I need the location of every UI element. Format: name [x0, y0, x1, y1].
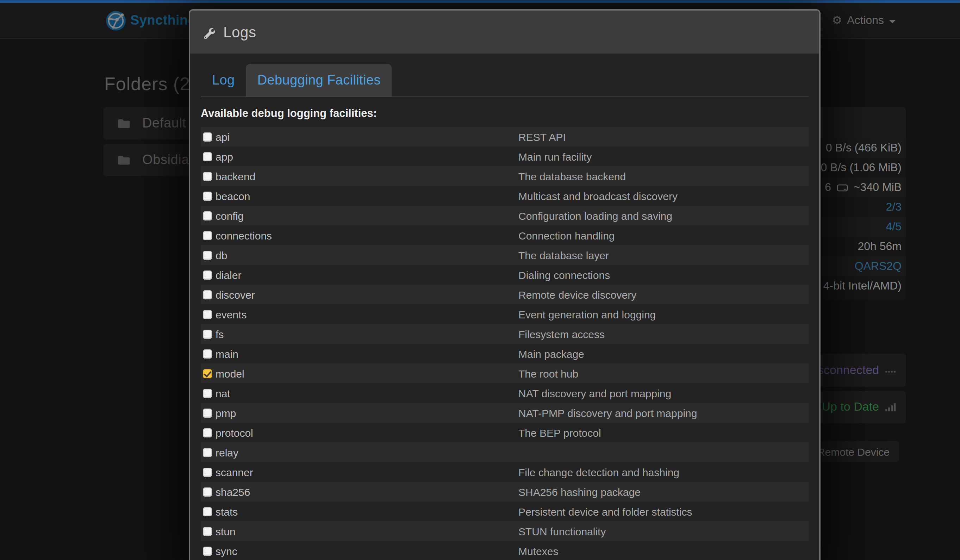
- logs-modal-header: Logs: [190, 11, 819, 54]
- facility-row-pmp: pmpNAT-PMP discovery and port mapping: [201, 403, 808, 422]
- facility-description: Filesystem access: [518, 328, 605, 340]
- facility-row-discover: discoverRemote device discovery: [201, 285, 808, 304]
- facility-description: Event generation and logging: [518, 308, 656, 320]
- facility-description: Main run facility: [518, 150, 592, 162]
- facility-description: Persistent device and folder statistics: [518, 506, 692, 517]
- screenshot-stage: Syncthing ⚙ Actions Folders (2) DefaultO…: [0, 0, 960, 560]
- facility-name: relay: [216, 446, 238, 458]
- facility-name: dialer: [216, 269, 241, 281]
- wrench-icon: [202, 26, 215, 38]
- facility-description: Main package: [518, 348, 584, 360]
- modal-title: Logs: [223, 24, 256, 40]
- facility-description: Dialing connections: [518, 269, 610, 281]
- facility-checkbox-sync[interactable]: [203, 546, 212, 555]
- facility-checkbox-protocol[interactable]: [203, 428, 212, 437]
- logs-tabs: LogDebugging Facilities: [201, 65, 808, 97]
- facility-checkbox-relay[interactable]: [203, 448, 212, 457]
- facility-row-backend: backendThe database backend: [201, 166, 808, 186]
- facility-row-protocol: protocolThe BEP protocol: [201, 422, 808, 442]
- facility-row-db: dbThe database layer: [201, 245, 808, 265]
- facility-row-sha256: sha256SHA256 hashing package: [201, 482, 808, 502]
- facility-checkbox-stun[interactable]: [203, 526, 212, 536]
- facility-name: sha256: [216, 486, 250, 498]
- facility-checkbox-api[interactable]: [203, 132, 212, 141]
- facility-name: stun: [216, 525, 235, 537]
- facility-row-stun: stunSTUN functionality: [201, 521, 808, 541]
- facility-description: REST API: [518, 131, 566, 142]
- logs-modal: Logs LogDebugging Facilities Available d…: [189, 9, 821, 560]
- facility-name: db: [216, 249, 227, 261]
- facility-checkbox-nat[interactable]: [203, 389, 212, 398]
- facility-description: The BEP protocol: [518, 427, 601, 438]
- tab-log[interactable]: Log: [201, 64, 246, 96]
- facility-checkbox-discover[interactable]: [203, 290, 212, 299]
- facility-checkbox-pmp[interactable]: [203, 408, 212, 418]
- facility-row-beacon: beaconMulticast and broadcast discovery: [201, 186, 808, 206]
- facility-name: nat: [216, 387, 230, 399]
- facility-checkbox-backend[interactable]: [203, 171, 212, 181]
- tab-debugging-facilities[interactable]: Debugging Facilities: [246, 64, 392, 96]
- facility-name: protocol: [216, 427, 253, 438]
- facility-row-model: modelThe root hub: [201, 363, 808, 383]
- facility-checkbox-config[interactable]: [203, 211, 212, 220]
- facility-row-app: appMain run facility: [201, 147, 808, 166]
- facility-description: Connection handling: [518, 229, 615, 241]
- facility-description: NAT-PMP discovery and port mapping: [518, 407, 697, 419]
- facilities-label: Available debug logging facilities:: [201, 107, 808, 120]
- facility-checkbox-connections[interactable]: [203, 231, 212, 240]
- facility-row-relay: relay: [201, 442, 808, 462]
- facility-checkbox-scanner[interactable]: [203, 467, 212, 477]
- facility-name: app: [216, 150, 233, 162]
- facility-name: scanner: [216, 466, 253, 478]
- facility-checkbox-sha256[interactable]: [203, 487, 212, 496]
- facility-description: STUN functionality: [518, 525, 606, 537]
- facility-description: SHA256 hashing package: [518, 486, 641, 498]
- facility-row-sync: syncMutexes: [201, 541, 808, 560]
- facility-name: fs: [216, 328, 224, 340]
- facility-checkbox-dialer[interactable]: [203, 270, 212, 279]
- facility-checkbox-beacon[interactable]: [203, 191, 212, 200]
- facility-name: connections: [216, 229, 272, 241]
- facility-row-api: apiREST API: [201, 127, 808, 147]
- facility-row-events: eventsEvent generation and logging: [201, 304, 808, 324]
- facility-row-stats: statsPersistent device and folder statis…: [201, 502, 808, 521]
- facility-name: model: [216, 367, 245, 379]
- logs-modal-body: LogDebugging Facilities Available debug …: [190, 54, 819, 560]
- facility-name: config: [216, 210, 244, 222]
- facility-description: The root hub: [518, 367, 578, 379]
- facility-description: The database layer: [518, 249, 609, 261]
- facility-checkbox-model[interactable]: [203, 369, 212, 378]
- facility-description: Multicast and broadcast discovery: [518, 190, 678, 202]
- facility-name: beacon: [216, 190, 250, 202]
- facility-name: sync: [216, 545, 237, 557]
- facility-checkbox-fs[interactable]: [203, 329, 212, 338]
- facility-name: events: [216, 308, 246, 320]
- facility-description: NAT discovery and port mapping: [518, 387, 671, 399]
- facility-name: discover: [216, 288, 255, 301]
- facility-checkbox-app[interactable]: [203, 152, 212, 161]
- facility-row-main: mainMain package: [201, 344, 808, 363]
- facility-row-fs: fsFilesystem access: [201, 324, 808, 344]
- facility-row-config: configConfiguration loading and saving: [201, 206, 808, 226]
- facilities-table: apiREST APIappMain run facilitybackendTh…: [201, 127, 808, 560]
- facility-row-scanner: scannerFile change detection and hashing: [201, 462, 808, 482]
- facility-checkbox-events[interactable]: [203, 310, 212, 319]
- facility-row-dialer: dialerDialing connections: [201, 265, 808, 285]
- facility-row-nat: natNAT discovery and port mapping: [201, 383, 808, 403]
- facility-description: File change detection and hashing: [518, 466, 679, 478]
- facility-name: main: [216, 348, 238, 360]
- facility-description: Configuration loading and saving: [518, 210, 672, 222]
- facility-description: Mutexes: [518, 545, 558, 557]
- facility-description: Remote device discovery: [518, 288, 636, 301]
- facility-checkbox-db[interactable]: [203, 250, 212, 259]
- facility-name: stats: [216, 506, 238, 517]
- facility-name: pmp: [216, 407, 236, 419]
- facility-name: api: [216, 131, 230, 142]
- facility-description: The database backend: [518, 170, 626, 182]
- facility-row-connections: connectionsConnection handling: [201, 226, 808, 245]
- facility-checkbox-stats[interactable]: [203, 507, 212, 516]
- facility-checkbox-main[interactable]: [203, 349, 212, 358]
- facility-name: backend: [216, 170, 255, 182]
